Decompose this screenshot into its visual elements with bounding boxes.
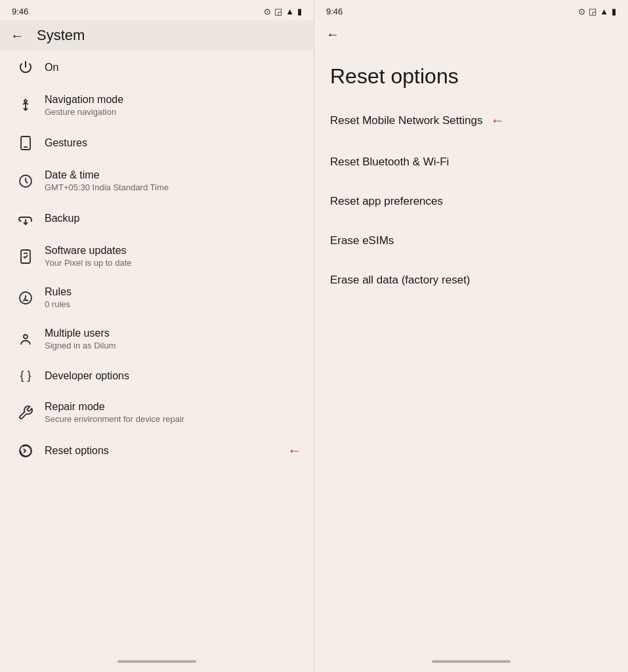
right-battery-icon: ▮ — [612, 7, 616, 16]
left-back-button[interactable]: ← — [10, 28, 24, 43]
software-updates-subtitle: Your Pixel is up to date — [45, 258, 302, 268]
list-item[interactable]: Multiple users Signed in as Dilum — [0, 318, 314, 360]
list-item[interactable]: Software updates Your Pixel is up to dat… — [0, 236, 314, 277]
battery-icon: ▮ — [297, 7, 302, 16]
rules-title: Rules — [45, 286, 302, 298]
list-item[interactable]: Navigation mode Gesture navigation — [0, 85, 314, 126]
left-nav-indicator — [117, 660, 196, 663]
left-page-title: System — [37, 27, 85, 44]
developer-options-icon: { } — [12, 369, 39, 383]
list-item[interactable]: Date & time GMT+05:30 India Standard Tim… — [0, 160, 314, 201]
software-updates-title: Software updates — [45, 245, 302, 257]
reset-app-preferences-label: Reset app preferences — [330, 195, 443, 208]
on-icon — [12, 60, 39, 75]
reset-options-list: Reset Mobile Network Settings ← Reset Bl… — [314, 99, 628, 654]
repair-mode-title: Repair mode — [45, 401, 302, 413]
list-item[interactable]: On — [0, 51, 314, 85]
list-item[interactable]: Gestures — [0, 126, 314, 160]
reset-options-arrow: ← — [287, 442, 302, 459]
signal-icon: ▲ — [285, 7, 294, 16]
gestures-title: Gestures — [45, 137, 302, 149]
left-status-bar: 9:46 ⊙ ◲ ▲ ▮ — [0, 0, 314, 20]
erase-all-data-item[interactable]: Erase all data (factory reset) — [314, 261, 628, 300]
developer-options-title: Developer options — [45, 370, 302, 382]
alarm-icon: ⊙ — [264, 7, 271, 16]
rules-subtitle: 0 rules — [45, 299, 302, 309]
wifi-icon: ◲ — [274, 7, 282, 16]
right-nav-indicator — [432, 660, 511, 663]
right-signal-icon: ▲ — [600, 7, 608, 16]
reset-mobile-network-arrow: ← — [490, 112, 505, 129]
list-item[interactable]: Repair mode Secure environment for devic… — [0, 392, 314, 433]
left-time: 9:46 — [12, 7, 28, 16]
right-alarm-icon: ⊙ — [578, 7, 585, 16]
svg-rect-1 — [21, 136, 30, 150]
reset-options-icon — [12, 443, 39, 459]
reset-mobile-network-item[interactable]: Reset Mobile Network Settings ← — [314, 99, 628, 142]
reset-options-item[interactable]: Reset options ← — [0, 433, 314, 469]
right-status-icons: ⊙ ◲ ▲ ▮ — [578, 7, 616, 16]
navigation-mode-title: Navigation mode — [45, 94, 302, 106]
left-panel: 9:46 ⊙ ◲ ▲ ▮ ← System On — [0, 0, 314, 672]
reset-bluetooth-wifi-label: Reset Bluetooth & Wi-Fi — [330, 156, 449, 169]
on-label: On — [45, 62, 302, 74]
right-time: 9:46 — [326, 7, 343, 16]
gestures-icon — [12, 135, 39, 151]
right-status-bar: 9:46 ⊙ ◲ ▲ ▮ — [314, 0, 628, 20]
right-back-row: ← — [314, 20, 628, 49]
left-toolbar: ← System — [0, 20, 314, 51]
svg-point-7 — [24, 335, 28, 339]
right-wifi-icon: ◲ — [589, 7, 597, 16]
multiple-users-title: Multiple users — [45, 327, 302, 339]
list-item[interactable]: { } Developer options — [0, 360, 314, 392]
settings-list: On Navigation mode Gesture navigation — [0, 51, 314, 654]
date-time-subtitle: GMT+05:30 India Standard Time — [45, 182, 302, 192]
reset-mobile-network-label: Reset Mobile Network Settings — [330, 114, 482, 127]
list-item[interactable]: Backup — [0, 201, 314, 236]
erase-all-data-label: Erase all data (factory reset) — [330, 274, 471, 287]
navigation-icon — [12, 98, 39, 114]
repair-mode-subtitle: Secure environment for device repair — [45, 414, 302, 424]
reset-bluetooth-wifi-item[interactable]: Reset Bluetooth & Wi-Fi — [314, 142, 628, 182]
right-panel: 9:46 ⊙ ◲ ▲ ▮ ← Reset options Reset Mobil… — [314, 0, 628, 672]
multiple-users-subtitle: Signed in as Dilum — [45, 341, 302, 350]
rules-icon — [12, 290, 39, 306]
repair-mode-icon — [12, 405, 39, 421]
list-item[interactable]: Rules 0 rules — [0, 277, 314, 318]
date-time-title: Date & time — [45, 169, 302, 181]
date-time-icon — [12, 173, 39, 189]
svg-point-0 — [24, 100, 27, 102]
backup-icon — [12, 211, 39, 226]
reset-options-heading: Reset options — [314, 49, 628, 99]
software-updates-icon — [12, 249, 39, 264]
backup-title: Backup — [45, 213, 302, 224]
right-back-button[interactable]: ← — [326, 27, 339, 41]
erase-esims-item[interactable]: Erase eSIMs — [314, 221, 628, 261]
left-status-icons: ⊙ ◲ ▲ ▮ — [264, 7, 302, 16]
erase-esims-label: Erase eSIMs — [330, 234, 394, 247]
navigation-mode-subtitle: Gesture navigation — [45, 107, 302, 117]
reset-app-preferences-item[interactable]: Reset app preferences — [314, 182, 628, 221]
reset-options-title: Reset options — [45, 445, 281, 457]
multiple-users-icon — [12, 331, 39, 347]
